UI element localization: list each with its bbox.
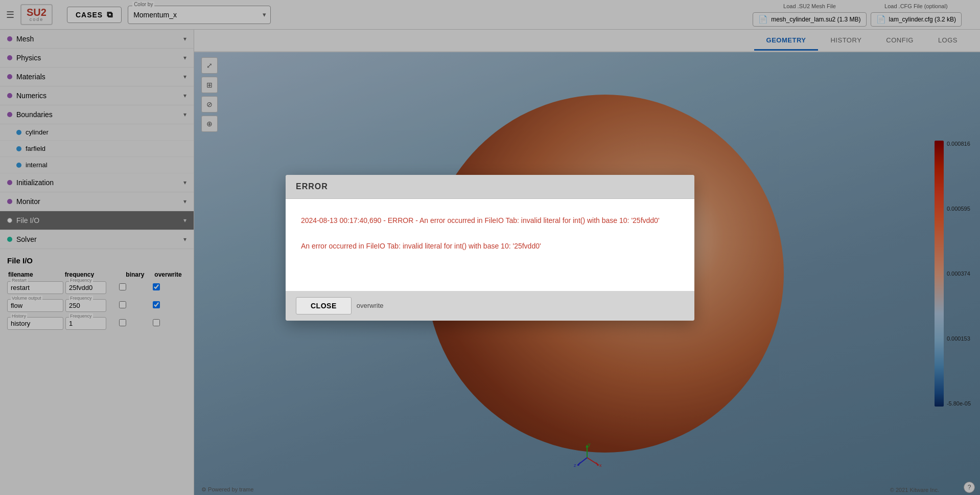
error-modal: ERROR 2024-08-13 00:17:40,690 - ERROR - … bbox=[286, 175, 694, 321]
modal-title: ERROR bbox=[286, 175, 694, 199]
error-line-1: 2024-08-13 00:17:40,690 - ERROR - An err… bbox=[301, 214, 679, 227]
error-line-2: An error occurred in FileIO Tab: invalid… bbox=[301, 240, 679, 253]
modal-overwrite-label: overwrite bbox=[357, 302, 384, 309]
modal-footer: CLOSE overwrite bbox=[286, 291, 694, 321]
modal-overlay: ERROR 2024-08-13 00:17:40,690 - ERROR - … bbox=[0, 0, 980, 495]
modal-error-text: 2024-08-13 00:17:40,690 - ERROR - An err… bbox=[301, 214, 679, 253]
modal-close-button[interactable]: CLOSE bbox=[296, 297, 352, 314]
modal-body: 2024-08-13 00:17:40,690 - ERROR - An err… bbox=[286, 199, 694, 291]
